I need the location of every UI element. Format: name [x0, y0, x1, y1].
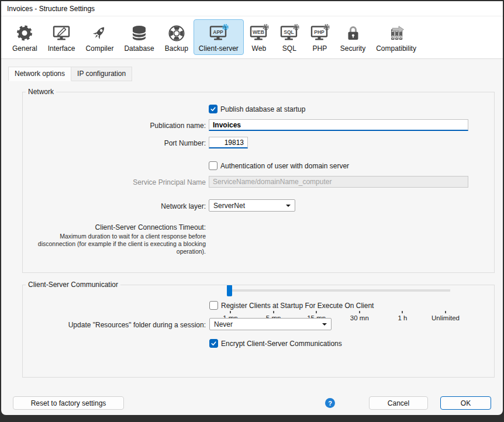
- svg-text:APP: APP: [213, 29, 223, 35]
- auth-checkbox[interactable]: [209, 161, 218, 170]
- toolbar-label: Database: [124, 44, 154, 53]
- toolbar-item-php[interactable]: PHP PHP: [305, 19, 335, 55]
- resources-update-label: Update "Resources" folder during a sessi…: [23, 321, 206, 329]
- auth-checkbox-row: Authentication of user with domain serve…: [209, 161, 349, 170]
- timeout-description: Maximum duration to wait for a client re…: [23, 233, 206, 255]
- toolbar-label: Security: [340, 44, 365, 53]
- lifebuoy-icon: [167, 23, 187, 44]
- toolbar-label: PHP: [313, 44, 327, 53]
- toolbar-item-backup[interactable]: Backup: [160, 19, 194, 55]
- network-layer-select[interactable]: ServerNet: [209, 199, 295, 212]
- tab-network-options[interactable]: Network options: [8, 67, 71, 81]
- encrypt-checkbox-row: Encrypt Client-Server Communications: [209, 339, 342, 348]
- monitor-pencil-icon: [51, 23, 71, 44]
- port-number-label: Port Number:: [23, 139, 206, 147]
- monitor-sql-icon: SQL: [279, 23, 299, 44]
- register-clients-checkbox[interactable]: [209, 301, 218, 310]
- toolbar-label: Client-server: [199, 44, 239, 53]
- auth-checkbox-label: Authentication of user with domain serve…: [220, 162, 349, 170]
- toolbar-label: Web: [252, 44, 266, 53]
- encrypt-checkbox[interactable]: [209, 339, 218, 348]
- structure-settings-dialog: Invoices - Structure Settings General: [1, 1, 503, 415]
- publish-checkbox-label: Publish database at startup: [220, 105, 305, 113]
- toolbar-item-general[interactable]: General: [7, 19, 43, 55]
- toolbar-item-compatibility[interactable]: Compatibility: [371, 19, 422, 55]
- settings-toolbar: General Interface: [1, 16, 503, 59]
- subtab-bar: Network options IP configuration: [8, 67, 132, 81]
- svg-text:SQL: SQL: [284, 29, 294, 35]
- cancel-button[interactable]: Cancel: [369, 396, 428, 410]
- toolbar-item-interface[interactable]: Interface: [43, 19, 81, 55]
- resources-update-select[interactable]: Never: [209, 318, 332, 330]
- publish-checkbox-row: Publish database at startup: [209, 105, 305, 113]
- ok-button[interactable]: OK: [440, 396, 491, 410]
- toolbar-item-database[interactable]: Database: [119, 19, 159, 55]
- monitor-web-icon: WEB: [249, 23, 269, 44]
- network-layer-label: Network layer:: [23, 202, 206, 210]
- register-checkbox-row: Register Clients at Startup For Execute …: [209, 301, 374, 310]
- svg-text:PHP: PHP: [314, 29, 325, 35]
- network-group-legend: Network: [26, 88, 56, 96]
- reset-factory-button[interactable]: Reset to factory settings: [13, 396, 124, 410]
- svg-text:WEB: WEB: [253, 29, 264, 35]
- toolbar-label: General: [12, 44, 37, 53]
- monitor-app-icon: APP: [209, 23, 229, 44]
- timeout-label: Client-Server Connections Timeout:: [23, 223, 206, 231]
- chevron-down-icon: [322, 323, 327, 326]
- padlock-icon: [343, 23, 363, 44]
- title-bar[interactable]: Invoices - Structure Settings: [1, 1, 503, 16]
- port-number-input[interactable]: [209, 137, 248, 148]
- communication-group-legend: Client-Server Communicatior: [26, 281, 120, 289]
- publication-name-input[interactable]: [209, 119, 468, 131]
- rocket-icon: [89, 23, 109, 44]
- toolbar-item-compiler[interactable]: Compiler: [80, 19, 119, 55]
- publish-checkbox[interactable]: [209, 105, 218, 113]
- toolbar-label: Compatibility: [376, 44, 416, 53]
- gear-icon: [15, 23, 34, 44]
- register-clients-label: Register Clients at Startup For Execute …: [221, 302, 374, 310]
- spn-input: [209, 176, 468, 188]
- binders-icon: [386, 23, 406, 44]
- toolbar-label: Backup: [165, 44, 188, 53]
- tab-ip-configuration[interactable]: IP configuration: [71, 67, 132, 81]
- toolbar-item-sql[interactable]: SQL SQL: [274, 19, 305, 55]
- help-button[interactable]: ?: [325, 398, 335, 408]
- monitor-php-icon: PHP: [310, 23, 330, 44]
- toolbar-label: Interface: [48, 44, 75, 53]
- toolbar-item-web[interactable]: WEB Web: [244, 19, 274, 55]
- toolbar-item-client-server[interactable]: APP Client-server: [194, 19, 244, 55]
- encrypt-checkbox-label: Encrypt Client-Server Communications: [221, 340, 342, 348]
- database-icon: [129, 23, 149, 44]
- toolbar-label: SQL: [282, 44, 296, 53]
- resources-update-value: Never: [214, 320, 319, 328]
- window-title: Invoices - Structure Settings: [7, 5, 95, 13]
- toolbar-label: Compiler: [85, 44, 113, 53]
- chevron-down-icon: [286, 205, 291, 207]
- network-layer-value: ServerNet: [213, 202, 282, 210]
- toolbar-item-security[interactable]: Security: [335, 19, 371, 55]
- spn-label: Service Principal Name: [23, 178, 206, 186]
- publication-name-label: Publication name:: [23, 122, 206, 130]
